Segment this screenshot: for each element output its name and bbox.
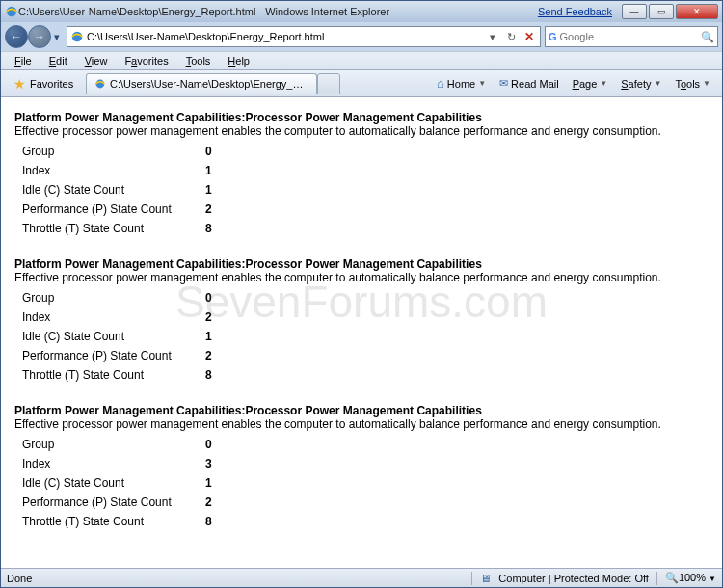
- row-value: 1: [205, 476, 212, 490]
- ie-icon: [5, 5, 18, 18]
- security-zone: Computer | Protected Mode: Off: [498, 573, 649, 584]
- section-title: Platform Power Management Capabilities:P…: [14, 257, 709, 271]
- nav-history-dropdown[interactable]: ▾: [51, 25, 63, 48]
- report-section: Platform Power Management Capabilities:P…: [14, 111, 709, 238]
- svg-point-0: [7, 7, 17, 17]
- status-text: Done: [7, 573, 32, 584]
- table-row: Group0: [22, 435, 709, 454]
- table-row: Idle (C) State Count1: [22, 180, 709, 200]
- table-row: Performance (P) State Count2: [22, 346, 709, 365]
- tab-page-icon: [94, 77, 106, 91]
- page-menu-button[interactable]: Page▼: [567, 75, 614, 93]
- row-label: Index: [22, 310, 205, 324]
- status-bar: Done 🖥 Computer | Protected Mode: Off 🔍1…: [1, 568, 722, 587]
- table-row: Throttle (T) State Count8: [22, 365, 709, 385]
- search-bar[interactable]: G 🔍: [545, 26, 718, 47]
- row-value: 3: [205, 457, 212, 470]
- row-label: Throttle (T) State Count: [22, 368, 205, 382]
- row-value: 0: [205, 145, 212, 158]
- menu-help[interactable]: Help: [220, 53, 257, 68]
- row-value: 1: [205, 164, 212, 177]
- home-button[interactable]: ⌂Home▼: [431, 73, 492, 94]
- row-label: Throttle (T) State Count: [22, 515, 205, 528]
- row-label: Performance (P) State Count: [22, 202, 205, 216]
- window-controls: — ▭ ✕: [622, 4, 718, 19]
- favorites-label: Favorites: [30, 78, 73, 90]
- home-icon: ⌂: [437, 76, 444, 91]
- stop-button[interactable]: ✕: [522, 29, 537, 44]
- row-label: Idle (C) State Count: [22, 330, 205, 343]
- row-label: Index: [22, 164, 205, 177]
- row-label: Group: [22, 145, 205, 158]
- section-description: Effective processor power management ena…: [14, 124, 709, 138]
- nav-toolbar: ← → ▾ ▾ ↻ ✕ G 🔍: [1, 22, 722, 51]
- table-row: Index1: [22, 161, 709, 180]
- menu-file[interactable]: File: [7, 53, 40, 68]
- section-description: Effective processor power management ena…: [14, 417, 709, 431]
- table-row: Idle (C) State Count1: [22, 473, 709, 493]
- row-value: 2: [205, 495, 212, 509]
- home-label: Home: [447, 78, 475, 90]
- page-icon: [70, 30, 84, 43]
- report-section: Platform Power Management Capabilities:P…: [14, 404, 709, 531]
- search-icon[interactable]: 🔍: [701, 31, 714, 43]
- send-feedback-link[interactable]: Send Feedback: [538, 6, 612, 17]
- tools-menu-button[interactable]: Tools▼: [669, 75, 716, 93]
- row-label: Index: [22, 457, 205, 470]
- command-bar: ★ Favorites C:\Users\User-Name\Desktop\E…: [1, 70, 722, 97]
- data-table: Group0Index3Idle (C) State Count1Perform…: [22, 435, 709, 531]
- row-label: Throttle (T) State Count: [22, 222, 205, 235]
- row-value: 0: [205, 438, 212, 451]
- table-row: Index2: [22, 307, 709, 327]
- refresh-button[interactable]: ↻: [503, 29, 519, 44]
- menu-edit[interactable]: Edit: [41, 53, 75, 68]
- row-value: 2: [205, 202, 212, 216]
- menu-favorites[interactable]: Favorites: [117, 53, 175, 68]
- table-row: Group0: [22, 142, 709, 161]
- row-label: Idle (C) State Count: [22, 476, 205, 490]
- tab-title: C:\Users\User-Name\Desktop\Energy_Report…: [110, 78, 308, 90]
- tab-active[interactable]: C:\Users\User-Name\Desktop\Energy_Report…: [86, 73, 317, 94]
- mail-icon: ✉: [499, 77, 508, 90]
- table-row: Performance (P) State Count2: [22, 200, 709, 219]
- zoom-control[interactable]: 🔍100% ▼: [665, 572, 716, 584]
- tab-strip: C:\Users\User-Name\Desktop\Energy_Report…: [86, 73, 340, 94]
- row-label: Group: [22, 291, 205, 305]
- forward-button[interactable]: →: [28, 25, 51, 48]
- row-value: 8: [205, 368, 212, 382]
- report-section: Platform Power Management Capabilities:P…: [14, 257, 709, 385]
- close-button[interactable]: ✕: [676, 4, 718, 19]
- row-value: 8: [205, 222, 212, 235]
- safety-menu-button[interactable]: Safety▼: [615, 75, 667, 93]
- table-row: Group0: [22, 288, 709, 307]
- window-title: C:\Users\User-Name\Desktop\Energy_Report…: [18, 6, 389, 17]
- table-row: Throttle (T) State Count8: [22, 512, 709, 531]
- search-input[interactable]: [560, 31, 698, 42]
- row-label: Performance (P) State Count: [22, 495, 205, 509]
- zone-icon: 🖥: [480, 573, 491, 584]
- table-row: Idle (C) State Count1: [22, 327, 709, 346]
- menu-tools[interactable]: Tools: [178, 53, 219, 68]
- favorites-button[interactable]: ★ Favorites: [7, 73, 80, 94]
- data-table: Group0Index1Idle (C) State Count1Perform…: [22, 142, 709, 238]
- row-value: 2: [205, 349, 212, 362]
- row-value: 1: [205, 330, 212, 343]
- row-label: Performance (P) State Count: [22, 349, 205, 362]
- minimize-button[interactable]: —: [622, 4, 647, 19]
- page-content: SevenForums.com Platform Power Managemen…: [1, 97, 722, 568]
- menu-view[interactable]: View: [77, 53, 116, 68]
- google-icon: G: [549, 31, 557, 42]
- titlebar: C:\Users\User-Name\Desktop\Energy_Report…: [1, 1, 722, 22]
- address-input[interactable]: [87, 31, 482, 42]
- section-title: Platform Power Management Capabilities:P…: [14, 404, 709, 417]
- section-title: Platform Power Management Capabilities:P…: [14, 111, 709, 124]
- new-tab-button[interactable]: [317, 73, 340, 94]
- star-icon: ★: [13, 76, 26, 92]
- back-button[interactable]: ←: [5, 25, 28, 48]
- maximize-button[interactable]: ▭: [649, 4, 674, 19]
- read-mail-button[interactable]: ✉Read Mail: [494, 74, 565, 93]
- table-row: Throttle (T) State Count8: [22, 219, 709, 238]
- address-dropdown-icon[interactable]: ▾: [485, 29, 500, 44]
- menu-bar: File Edit View Favorites Tools Help: [1, 51, 722, 70]
- address-bar[interactable]: ▾ ↻ ✕: [67, 26, 541, 47]
